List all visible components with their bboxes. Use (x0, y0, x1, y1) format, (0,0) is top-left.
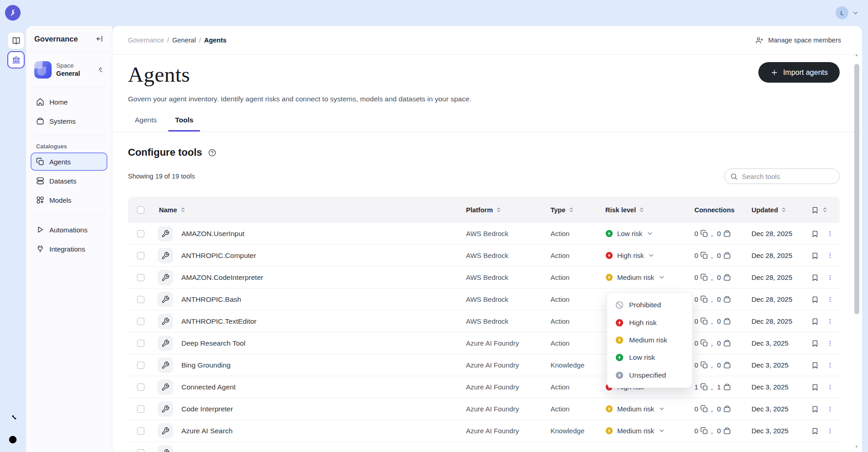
bookmark-button[interactable] (811, 361, 819, 369)
row-checkbox[interactable] (137, 230, 144, 237)
search-icon (730, 173, 738, 180)
sidebar-item-systems[interactable]: Systems (31, 112, 107, 130)
scrollbar-thumb[interactable] (854, 64, 859, 314)
sort-icon (568, 206, 574, 213)
row-checkbox[interactable] (137, 296, 144, 303)
rail-library-button[interactable] (7, 32, 25, 49)
sidebar-item-integrations[interactable]: Integrations (31, 240, 107, 258)
manage-space-members-button[interactable]: Manage space members (755, 36, 841, 45)
rail-governance-button[interactable] (7, 51, 25, 68)
row-menu-button[interactable] (827, 252, 833, 260)
updated-date: Dec 3, 2025 (752, 383, 789, 391)
connections-systems-count: 0 (717, 273, 721, 281)
row-checkbox[interactable] (137, 362, 144, 369)
row-checkbox[interactable] (137, 405, 144, 413)
row-checkbox[interactable] (137, 252, 144, 259)
bookmark-button[interactable] (811, 252, 819, 260)
rail-info-icon[interactable] (8, 435, 18, 445)
bookmark-button[interactable] (811, 427, 819, 435)
row-menu-button[interactable] (827, 361, 833, 369)
risk-level-select[interactable]: High risk (605, 252, 655, 259)
space-selector[interactable]: Space General (32, 58, 106, 81)
row-menu-button[interactable] (827, 339, 833, 347)
risk-low-icon (615, 353, 624, 362)
scrollbar-up-arrow[interactable]: ▲ (855, 53, 858, 57)
chevron-down-icon (646, 230, 653, 237)
search-input[interactable] (742, 173, 834, 180)
risk-level-select[interactable]: Medium risk (605, 405, 665, 413)
sidebar-item-datasets[interactable]: Datasets (31, 172, 107, 190)
bookmark-button[interactable] (811, 383, 819, 391)
row-checkbox[interactable] (137, 318, 144, 325)
column-header-updated[interactable]: Updated (752, 206, 811, 214)
row-menu-button[interactable] (827, 230, 833, 238)
chevron-down-icon[interactable] (852, 10, 859, 16)
import-agents-button[interactable]: Import agents (758, 62, 840, 83)
row-menu-button[interactable] (827, 383, 833, 391)
plus-icon (770, 68, 778, 77)
table-row: Connected AgentAzure AI FoundryActionHig… (128, 376, 840, 398)
tab-tools[interactable]: Tools (168, 116, 200, 131)
bookmark-button[interactable] (811, 317, 819, 326)
row-menu-button[interactable] (827, 405, 833, 413)
tool-icon-box (158, 379, 173, 395)
rail-tools-icon[interactable] (8, 413, 18, 423)
row-checkbox[interactable] (137, 384, 144, 391)
collapse-sidebar-icon[interactable] (95, 34, 105, 43)
help-circle-icon[interactable] (208, 148, 217, 157)
row-checkbox[interactable] (137, 274, 144, 281)
row-checkbox[interactable] (137, 449, 144, 452)
tab-agents[interactable]: Agents (128, 116, 164, 131)
column-header-bookmark[interactable] (811, 206, 827, 214)
sidebar-item-automations[interactable]: Automations (31, 221, 107, 239)
breadcrumb-general[interactable]: General (172, 37, 196, 44)
wrench-icon (161, 339, 169, 347)
risk-level-select[interactable]: Low risk (605, 230, 653, 237)
platform-value: AWS Bedrock (466, 317, 508, 325)
column-header-risk-level[interactable]: Risk level (605, 206, 694, 214)
row-menu-button[interactable] (827, 317, 833, 326)
platform-value: Azure AI Foundry (466, 427, 519, 435)
connections-systems-count: 0 (717, 361, 721, 369)
risk-medium-icon (605, 405, 613, 413)
table-body: AMAZON.UserInputAWS BedrockActionLow ris… (128, 223, 840, 452)
bookmark-button[interactable] (811, 230, 819, 238)
risk-medium-icon (605, 427, 613, 435)
row-checkbox[interactable] (137, 427, 144, 435)
breadcrumb-governance[interactable]: Governance (128, 37, 164, 44)
copy-icon (700, 229, 709, 238)
chevron-down-icon (648, 252, 655, 259)
search-tools-box[interactable] (724, 168, 840, 184)
risk-option-medium[interactable]: Medium risk (607, 331, 692, 349)
column-header-name[interactable]: Name (153, 206, 466, 214)
row-checkbox[interactable] (137, 340, 144, 347)
sidebar-item-home[interactable]: Home (31, 93, 107, 111)
sidebar-item-agents[interactable]: Agents (31, 152, 107, 171)
app-logo[interactable] (5, 5, 21, 21)
scrollbar-down-arrow[interactable]: ▼ (855, 445, 858, 449)
bookmark-button[interactable] (811, 273, 819, 282)
column-header-platform[interactable]: Platform (466, 206, 550, 214)
copy-icon (700, 339, 709, 347)
updated-date: Dec 28, 2025 (752, 273, 792, 281)
type-value: Knowledge (550, 427, 584, 435)
risk-option-unspecified[interactable]: Unspecified (607, 367, 692, 384)
risk-medium-icon (605, 273, 613, 281)
avatar[interactable]: L (836, 6, 848, 19)
column-header-type[interactable]: Type (550, 206, 605, 214)
row-menu-button[interactable] (827, 427, 833, 435)
row-menu-button[interactable] (827, 273, 833, 282)
bookmark-button[interactable] (811, 405, 819, 413)
risk-level-select[interactable]: Medium risk (605, 273, 665, 281)
tool-icon-box (158, 357, 173, 373)
risk-level-select[interactable]: Medium risk (605, 427, 665, 435)
risk-option-prohibited[interactable]: Prohibited (607, 296, 692, 314)
sidebar-item-models[interactable]: Models (31, 191, 107, 209)
row-menu-button[interactable] (827, 295, 833, 304)
bookmark-button[interactable] (811, 295, 819, 304)
select-all-checkbox[interactable] (137, 206, 144, 214)
risk-option-low[interactable]: Low risk (607, 349, 692, 366)
risk-option-high[interactable]: High risk (607, 314, 692, 331)
platform-value: Azure AI Foundry (466, 339, 519, 347)
bookmark-button[interactable] (811, 339, 819, 347)
